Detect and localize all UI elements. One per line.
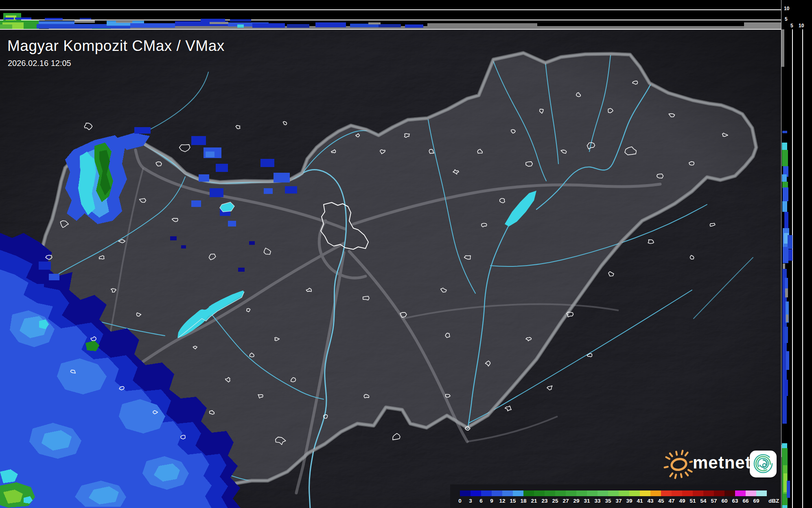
- top-axis-tick-10: 10: [784, 6, 789, 11]
- legend-tick: 25: [552, 498, 558, 504]
- spiral-icon: [750, 451, 777, 477]
- legend-band: [502, 490, 513, 496]
- legend-band: [471, 490, 481, 496]
- metnet-logo[interactable]: metnet: [663, 446, 781, 482]
- legend-band: [629, 490, 640, 496]
- top-profile-plot: [0, 0, 781, 29]
- legend-tick: 9: [490, 498, 493, 504]
- legend-band: [672, 490, 682, 496]
- timestamp: 2026.02.16 12:05: [8, 59, 71, 68]
- legend-band: [587, 490, 598, 496]
- legend-band: [545, 490, 555, 496]
- side-profile-panel: [781, 29, 812, 508]
- top-axis-tick-5: 5: [785, 17, 788, 22]
- legend-tick: 27: [562, 498, 569, 504]
- legend-tick: 31: [584, 498, 590, 504]
- legend-band: [640, 490, 650, 496]
- side-axis-tick-5: 5: [790, 23, 793, 28]
- legend-tick: 0: [458, 498, 462, 504]
- legend-band: [693, 490, 703, 496]
- legend-tick: 33: [594, 498, 600, 504]
- top-profile-panel: [0, 0, 781, 29]
- legend-band: [608, 490, 619, 496]
- panel-divider-vertical: [781, 0, 782, 508]
- legend-tick: 49: [679, 498, 685, 504]
- legend-band: [481, 490, 492, 496]
- legend-band: [735, 490, 746, 496]
- legend-band: [756, 490, 767, 496]
- radar-screen: 10 5 5 10 Magyar Kompozit CMax / VMax 20…: [0, 0, 812, 508]
- legend-band: [714, 490, 724, 496]
- legend-band: [650, 490, 661, 496]
- side-axis-tick-10: 10: [799, 23, 804, 28]
- legend-unit-label: dBZ: [768, 498, 779, 504]
- legend-band: [619, 490, 629, 496]
- legend-colorbar: [460, 490, 767, 496]
- legend-band: [682, 490, 693, 496]
- legend-tick: 45: [658, 498, 664, 504]
- legend-tick: 15: [510, 498, 516, 504]
- legend-tick: 54: [700, 498, 706, 504]
- legend-band: [724, 490, 735, 496]
- legend-tick: 51: [689, 498, 696, 504]
- legend-tick: 57: [711, 498, 717, 504]
- legend-tick: 39: [626, 498, 632, 504]
- metnet-app-icon[interactable]: [750, 451, 777, 477]
- profile-axes-corner: 10 5 5 10: [781, 0, 812, 29]
- legend-band: [703, 490, 714, 496]
- legend-band: [523, 490, 534, 496]
- legend-tick: 35: [605, 498, 611, 504]
- legend-tick: 12: [499, 498, 505, 504]
- legend-tick: 60: [721, 498, 727, 504]
- legend-band: [598, 490, 608, 496]
- page-title: Magyar Kompozit CMax / VMax: [7, 37, 225, 55]
- legend-tick: 47: [668, 498, 674, 504]
- legend-tick: 18: [520, 498, 526, 504]
- legend-band: [460, 490, 471, 496]
- side-profile-plot: [781, 29, 812, 508]
- legend-band: [661, 490, 672, 496]
- legend-band: [555, 490, 566, 496]
- legend-tick: 6: [479, 498, 483, 504]
- legend-tick: 23: [541, 498, 547, 504]
- legend-band: [513, 490, 523, 496]
- dbz-legend: 0369121518212325272931333537394143454749…: [450, 484, 777, 508]
- panel-divider-horizontal: [0, 29, 781, 30]
- legend-tick: 66: [742, 498, 749, 504]
- legend-band: [576, 490, 587, 496]
- legend-tick: 69: [753, 498, 759, 504]
- map-canvas: [0, 29, 781, 508]
- legend-band: [534, 490, 545, 496]
- legend-tick: 41: [637, 498, 643, 504]
- legend-tick: 37: [615, 498, 622, 504]
- legend-tick: 43: [647, 498, 653, 504]
- legend-band: [492, 490, 502, 496]
- legend-band: [566, 490, 576, 496]
- hungary-radar-map: [0, 29, 781, 508]
- legend-tick: 29: [573, 498, 579, 504]
- legend-tick: 63: [732, 498, 738, 504]
- sun-icon: [663, 446, 693, 482]
- legend-tick: 3: [469, 498, 472, 504]
- legend-band: [746, 490, 756, 496]
- legend-tick: 21: [531, 498, 537, 504]
- logo-wordmark: metnet: [693, 453, 751, 473]
